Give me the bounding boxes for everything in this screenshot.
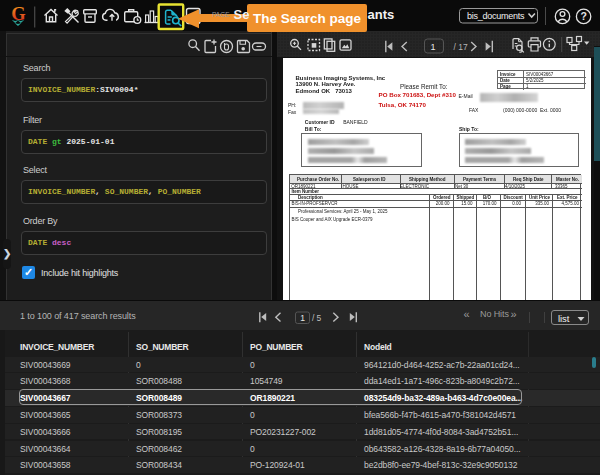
svg-text:1: 1 bbox=[300, 313, 305, 323]
svg-text:?: ? bbox=[581, 10, 587, 22]
svg-text:The Search page: The Search page bbox=[253, 11, 362, 26]
svg-text:/ 17: / 17 bbox=[454, 42, 468, 52]
svg-text:bis_documents: bis_documents bbox=[467, 11, 525, 21]
svg-text:/ 5: / 5 bbox=[312, 313, 322, 323]
svg-text:ants: ants bbox=[368, 7, 395, 22]
svg-text:1: 1 bbox=[430, 42, 435, 52]
